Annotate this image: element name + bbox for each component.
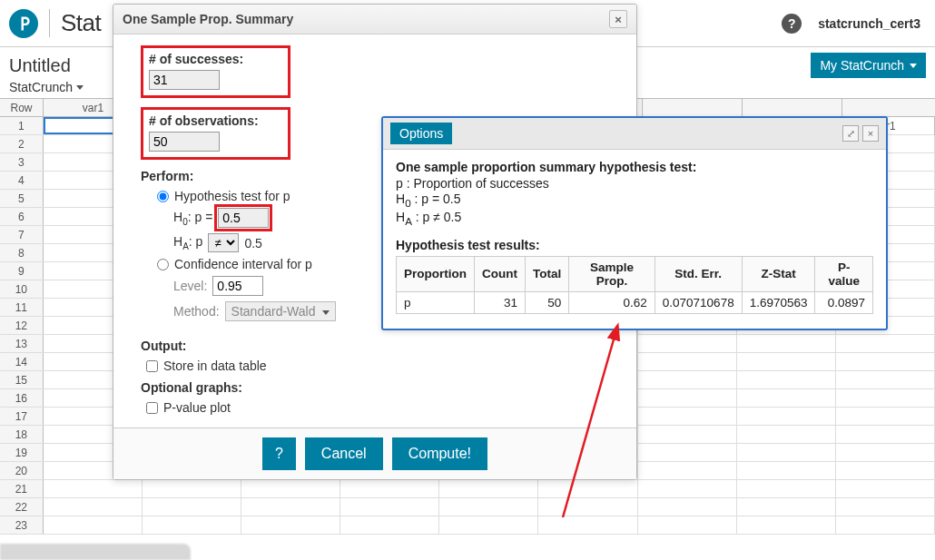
menubar-item-statcrunch[interactable]: StatCrunch [9,80,84,94]
cell[interactable] [638,408,737,425]
cell[interactable] [737,335,836,352]
cell-proportion: p [397,291,475,313]
pvalue-plot-checkbox-row: P-value plot [146,398,618,417]
cell[interactable] [638,480,737,497]
cell-sample-prop: 0.62 [569,291,655,313]
cell[interactable] [737,480,836,497]
cell[interactable] [836,353,935,370]
cell[interactable] [241,480,340,497]
cell[interactable] [836,371,935,388]
cell[interactable] [836,480,935,497]
cell[interactable] [737,389,836,407]
cell[interactable] [737,444,836,461]
h0-value-input[interactable] [218,208,269,228]
dialog-titlebar[interactable]: One Sample Prop. Summary × [113,5,636,34]
cell[interactable] [638,498,737,516]
cell[interactable] [638,426,737,443]
cell[interactable] [143,516,241,534]
cell[interactable] [44,480,143,497]
cell[interactable] [538,516,637,534]
cell[interactable] [737,498,836,516]
bottom-shadow [0,544,191,560]
cell[interactable] [538,480,637,497]
menubar-item-label: StatCrunch [9,80,73,94]
row-number: 13 [0,335,44,352]
cell[interactable] [638,371,737,388]
results-heading: One sample proportion summary hypothesis… [396,160,873,174]
cell[interactable] [836,408,935,425]
cell[interactable] [638,353,737,370]
expand-icon[interactable]: ⤢ [842,125,859,142]
cell[interactable] [737,516,836,534]
cell[interactable] [340,516,439,534]
cell[interactable] [638,444,737,461]
cell[interactable] [143,498,241,516]
help-button[interactable]: ? [262,437,296,470]
observations-field: # of observations: [141,107,290,160]
cancel-button[interactable]: Cancel [305,437,383,470]
confidence-interval-radio[interactable] [157,259,169,270]
column-header[interactable] [643,99,743,116]
cell[interactable] [836,335,935,352]
cell[interactable] [737,371,836,388]
level-input[interactable] [212,276,263,296]
successes-input[interactable] [149,70,220,90]
cell[interactable] [836,389,935,407]
cell-p-value: 0.0897 [815,291,873,313]
col-p-value: P-value [815,256,873,291]
observations-input[interactable] [149,132,220,152]
row-header-label: Row [0,99,44,116]
cell[interactable] [143,480,241,497]
column-header[interactable] [743,99,842,116]
cell[interactable] [340,480,439,497]
cell[interactable] [439,498,538,516]
results-window: Options ⤢ × One sample proportion summar… [381,116,888,330]
cell[interactable] [836,426,935,443]
h0-label: H0: p = [173,210,212,227]
results-titlebar[interactable]: Options ⤢ × [383,118,886,150]
cell[interactable] [737,408,836,425]
cell[interactable] [439,516,538,534]
cell[interactable] [737,462,836,479]
brand-text: Stat [49,9,101,37]
ha-operator-select[interactable]: ≠ [208,233,239,252]
p-icon [15,15,33,33]
cell[interactable] [737,426,836,443]
cell[interactable] [638,335,737,352]
cell[interactable] [836,444,935,461]
cell-std-err: 0.070710678 [654,291,742,313]
cell[interactable] [638,389,737,407]
successes-field: # of successes: [141,45,290,98]
store-checkbox[interactable] [146,360,158,372]
results-line3: HA : p ≠ 0.5 [396,210,873,227]
cell[interactable] [44,516,143,534]
chevron-down-icon [322,310,330,315]
cell[interactable] [241,516,340,534]
document-title: Untitled [9,55,71,76]
cell[interactable] [439,480,538,497]
cell[interactable] [836,498,935,516]
graphs-label: Optional graphs: [141,380,618,395]
cell[interactable] [638,462,737,479]
method-select[interactable]: Standard-Wald [225,301,337,321]
options-button[interactable]: Options [390,123,452,144]
help-icon[interactable]: ? [782,14,802,34]
cell[interactable] [638,516,737,534]
cell[interactable] [836,462,935,479]
cell[interactable] [241,498,340,516]
row-number: 7 [0,226,44,243]
my-statcrunch-button[interactable]: My StatCrunch [811,53,926,78]
my-statcrunch-label: My StatCrunch [820,58,904,73]
row-number: 16 [0,389,44,407]
cell[interactable] [44,498,143,516]
pvalue-plot-checkbox[interactable] [146,402,158,414]
compute-button[interactable]: Compute! [392,437,487,470]
sheet-row: 22 [0,498,935,516]
dialog-close-button[interactable]: × [609,10,627,28]
cell[interactable] [538,498,637,516]
close-icon[interactable]: × [862,125,879,142]
cell[interactable] [836,516,935,534]
hypothesis-test-radio[interactable] [157,191,169,202]
cell[interactable] [737,353,836,370]
cell[interactable] [340,498,439,516]
